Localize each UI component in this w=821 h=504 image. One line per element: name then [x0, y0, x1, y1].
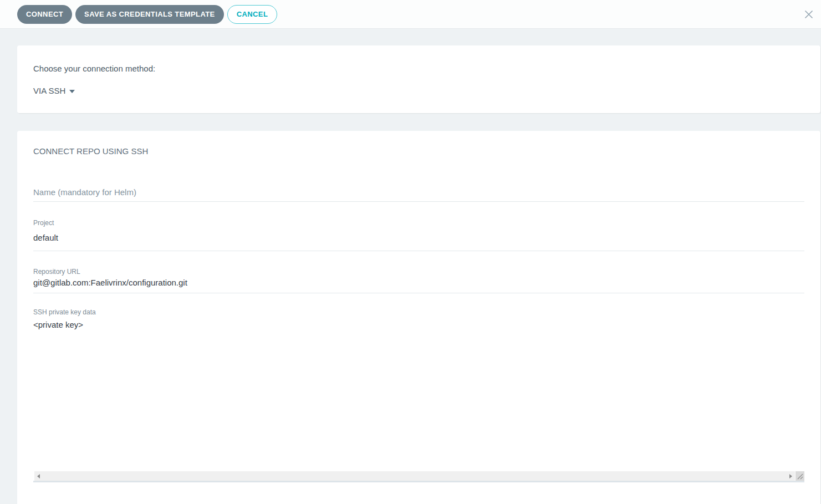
ssh-private-key-textarea-wrap: <private key> — [33, 319, 804, 482]
connection-method-value: VIA SSH — [33, 86, 65, 95]
ssh-private-key-label: SSH private key data — [33, 308, 804, 316]
connect-button[interactable]: CONNECT — [17, 5, 72, 24]
project-input[interactable] — [33, 233, 804, 251]
horizontal-scrollbar[interactable] — [34, 471, 795, 481]
connection-method-dropdown[interactable]: VIA SSH — [33, 86, 75, 95]
name-input[interactable] — [33, 187, 804, 202]
ssh-private-key-textarea[interactable]: <private key> — [33, 319, 804, 471]
save-as-credentials-template-button[interactable]: SAVE AS CREDENTIALS TEMPLATE — [75, 5, 224, 24]
repository-url-input[interactable] — [33, 278, 804, 293]
repository-url-label: Repository URL — [33, 268, 804, 276]
resize-grip-icon[interactable] — [795, 471, 804, 481]
ssh-private-key-field: SSH private key data <private key> — [33, 308, 804, 482]
close-icon[interactable] — [802, 7, 816, 22]
scroll-right-arrow-icon[interactable] — [789, 474, 792, 478]
name-field — [33, 187, 804, 202]
connection-method-prompt: Choose your connection method: — [33, 64, 804, 73]
repository-url-field: Repository URL — [33, 268, 804, 293]
project-label: Project — [33, 219, 804, 227]
connect-repo-form-panel: CONNECT REPO USING SSH Project Repositor… — [17, 131, 820, 504]
cancel-button[interactable]: CANCEL — [227, 5, 278, 24]
scroll-left-arrow-icon[interactable] — [37, 474, 40, 478]
connect-repo-ssh-page: { "toolbar": { "connect": "CONNECT", "sa… — [0, 0, 821, 504]
connection-method-panel: Choose your connection method: VIA SSH — [17, 45, 820, 113]
toolbar: CONNECT SAVE AS CREDENTIALS TEMPLATE CAN… — [0, 0, 821, 29]
form-heading: CONNECT REPO USING SSH — [33, 146, 804, 156]
caret-down-icon — [69, 90, 75, 93]
project-field: Project — [33, 219, 804, 251]
